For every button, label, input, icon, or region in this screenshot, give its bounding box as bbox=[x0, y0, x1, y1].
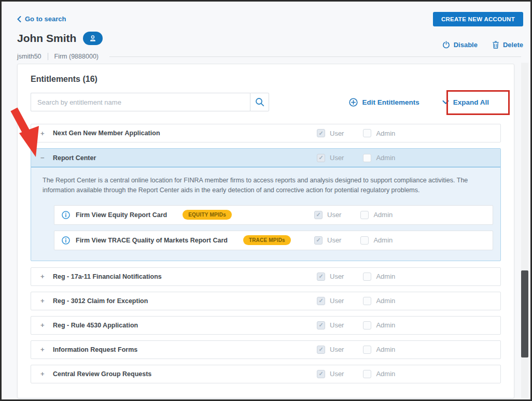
expand-plus-icon[interactable]: + bbox=[40, 273, 53, 280]
user-avatar-badge bbox=[83, 32, 103, 45]
entitlement-name: Report Center bbox=[53, 154, 96, 162]
entitlement-name: Information Request Forms bbox=[53, 346, 137, 353]
admin-label: Admin bbox=[376, 321, 395, 329]
user-checkbox[interactable]: ✓ bbox=[317, 154, 325, 162]
admin-label: Admin bbox=[376, 130, 395, 137]
expand-plus-icon[interactable]: + bbox=[40, 321, 53, 329]
person-icon bbox=[89, 35, 96, 42]
create-new-account-button[interactable]: CREATE NEW ACCOUNT bbox=[433, 12, 523, 26]
entitlement-row[interactable]: + Reg - Rule 4530 Application ✓ User Adm… bbox=[31, 316, 501, 335]
user-label: User bbox=[330, 130, 344, 137]
user-checkbox[interactable]: ✓ bbox=[317, 273, 325, 281]
admin-label: Admin bbox=[376, 154, 395, 162]
user-label: User bbox=[330, 321, 344, 329]
user-subline: jsmith50 Firm (9888000) bbox=[17, 53, 99, 60]
back-chevron-icon bbox=[17, 16, 21, 22]
mpid-badge: TRACE MPIDs bbox=[243, 235, 291, 245]
entitlement-row[interactable]: + Information Request Forms ✓ User Admin bbox=[31, 340, 501, 359]
entitlement-description: The Report Center is a central online lo… bbox=[31, 167, 500, 203]
child-entitlements: Firm View Equity Report Card EQUITY MPID… bbox=[31, 203, 500, 261]
admin-checkbox[interactable] bbox=[360, 236, 369, 245]
entitlement-row[interactable]: + Reg - 17a-11 Financial Notifications ✓… bbox=[31, 267, 501, 286]
expand-plus-icon[interactable]: + bbox=[40, 130, 53, 137]
check-icon: ✓ bbox=[316, 237, 320, 244]
admin-label: Admin bbox=[376, 297, 395, 305]
account-actions: Disable Delete bbox=[442, 41, 523, 49]
user-header: John Smith bbox=[17, 32, 103, 45]
user-checkbox[interactable]: ✓ bbox=[317, 297, 325, 305]
admin-label: Admin bbox=[373, 236, 393, 244]
entitlement-row[interactable]: + Next Gen New Member Application ✓ User… bbox=[31, 124, 501, 142]
entitlement-group-report-center: − Report Center ✓ User Admin The Report … bbox=[31, 148, 501, 261]
admin-checkbox[interactable] bbox=[363, 273, 371, 281]
user-checkbox[interactable]: ✓ bbox=[314, 211, 323, 219]
checkbox-group: ✓ User Admin bbox=[317, 346, 492, 354]
collapse-minus-icon[interactable]: − bbox=[40, 154, 53, 162]
expand-all-link[interactable]: Expand All bbox=[442, 98, 489, 107]
chevron-down-icon bbox=[442, 100, 449, 105]
expand-all-label: Expand All bbox=[453, 98, 489, 106]
entitlements-panel: Entitlements (16) Edit Entitlements Expa… bbox=[17, 64, 514, 398]
entitlement-rows: + Next Gen New Member Application ✓ User… bbox=[31, 124, 501, 383]
entitlement-row-expanded[interactable]: − Report Center ✓ User Admin bbox=[31, 149, 500, 167]
entitlement-name: Firm View TRACE Quality of Markets Repor… bbox=[76, 237, 228, 244]
user-checkbox-pair: ✓ User bbox=[317, 273, 344, 281]
go-to-search-link[interactable]: Go to search bbox=[17, 15, 66, 23]
search-icon bbox=[255, 97, 264, 107]
admin-checkbox-pair: Admin bbox=[360, 211, 393, 219]
user-checkbox[interactable]: ✓ bbox=[317, 370, 325, 378]
firm-label: Firm (9888000) bbox=[54, 53, 99, 60]
user-label: User bbox=[330, 154, 344, 162]
entitlement-name: Central Review Group Requests bbox=[53, 370, 151, 378]
admin-checkbox[interactable] bbox=[363, 154, 371, 162]
user-checkbox-pair: ✓ User bbox=[314, 236, 341, 245]
user-label: User bbox=[330, 297, 344, 305]
delete-button[interactable]: Delete bbox=[492, 41, 523, 49]
check-icon: ✓ bbox=[318, 130, 323, 137]
entitlement-name: Reg - Rule 4530 Application bbox=[53, 322, 138, 329]
admin-label: Admin bbox=[376, 346, 395, 353]
search-button[interactable] bbox=[250, 93, 269, 111]
info-icon[interactable] bbox=[62, 211, 70, 219]
admin-checkbox-pair: Admin bbox=[363, 297, 395, 305]
user-label: User bbox=[330, 273, 344, 280]
scrollbar-thumb[interactable] bbox=[521, 270, 528, 357]
entitlement-row[interactable]: + Central Review Group Requests ✓ User A… bbox=[31, 365, 501, 383]
admin-checkbox[interactable] bbox=[360, 211, 369, 219]
admin-checkbox[interactable] bbox=[363, 321, 371, 330]
admin-checkbox[interactable] bbox=[363, 297, 371, 305]
user-checkbox[interactable]: ✓ bbox=[317, 321, 325, 330]
checkbox-group: ✓ User Admin bbox=[317, 370, 492, 378]
admin-checkbox-pair: Admin bbox=[363, 129, 395, 137]
user-checkbox[interactable]: ✓ bbox=[314, 236, 323, 245]
child-entitlement-row[interactable]: Firm View TRACE Quality of Markets Repor… bbox=[54, 231, 493, 250]
admin-checkbox[interactable] bbox=[363, 129, 371, 137]
expand-plus-icon[interactable]: + bbox=[40, 297, 53, 305]
search-input[interactable] bbox=[31, 93, 250, 111]
admin-checkbox[interactable] bbox=[363, 370, 371, 378]
entitlement-name: Firm View Equity Report Card bbox=[76, 211, 167, 219]
user-checkbox[interactable]: ✓ bbox=[317, 346, 325, 354]
disable-button[interactable]: Disable bbox=[442, 41, 478, 49]
checkbox-group: ✓ User Admin bbox=[317, 321, 492, 330]
edit-entitlements-link[interactable]: Edit Entitlements bbox=[349, 98, 419, 107]
expand-plus-icon[interactable]: + bbox=[40, 370, 53, 378]
entitlement-row[interactable]: + Reg - 3012 Claim for Exception ✓ User … bbox=[31, 292, 501, 310]
edit-entitlements-label: Edit Entitlements bbox=[362, 98, 419, 106]
user-checkbox-pair: ✓ User bbox=[314, 211, 341, 219]
subline-divider bbox=[48, 53, 48, 60]
admin-checkbox[interactable] bbox=[363, 346, 371, 354]
info-icon[interactable] bbox=[62, 236, 70, 245]
admin-label: Admin bbox=[376, 273, 395, 280]
admin-checkbox-pair: Admin bbox=[363, 346, 395, 354]
expand-plus-icon[interactable]: + bbox=[40, 346, 53, 353]
user-checkbox-pair: ✓ User bbox=[317, 154, 344, 162]
checkbox-group: ✓ User Admin bbox=[317, 129, 492, 137]
user-checkbox[interactable]: ✓ bbox=[317, 129, 325, 137]
check-icon: ✓ bbox=[318, 297, 323, 304]
admin-checkbox-pair: Admin bbox=[363, 321, 395, 330]
admin-checkbox-pair: Admin bbox=[363, 273, 395, 281]
child-entitlement-row[interactable]: Firm View Equity Report Card EQUITY MPID… bbox=[54, 205, 493, 225]
entitlement-name: Next Gen New Member Application bbox=[53, 130, 160, 137]
user-checkbox-pair: ✓ User bbox=[317, 346, 344, 354]
